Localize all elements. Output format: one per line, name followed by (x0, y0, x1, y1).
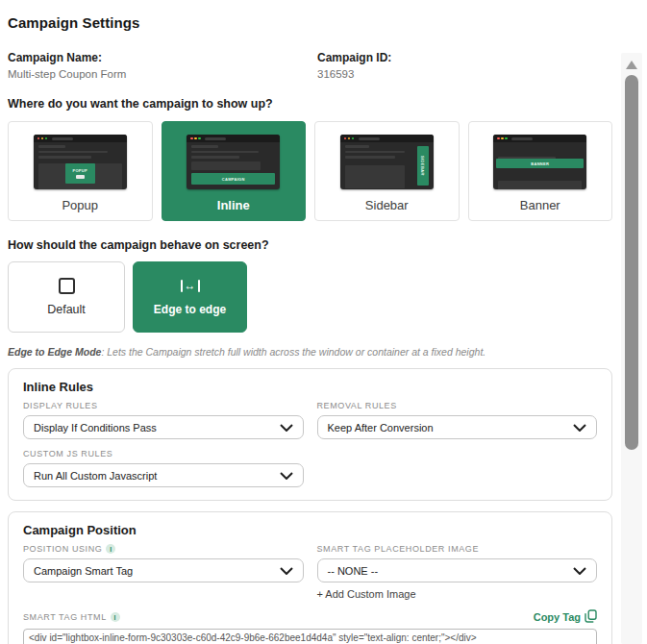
window-dot-green (198, 137, 201, 140)
campaign-id-value: 316593 (317, 68, 612, 80)
banner-mock-element: BANNER (496, 159, 584, 168)
inline-rules-title: Inline Rules (23, 380, 597, 394)
default-square-icon (59, 278, 75, 294)
display-rules-field: DISPLAY RULES Display If Conditions Pass (23, 401, 304, 439)
position-using-select[interactable]: Campaign Smart Tag (23, 558, 304, 582)
placement-label-popup: Popup (62, 198, 98, 212)
placement-option-popup[interactable]: POPUP Popup (8, 121, 153, 221)
window-dot-red (497, 137, 500, 140)
browser-titlebar (340, 135, 434, 142)
custom-js-field: CUSTOM JS RULES Run All Custom Javascrip… (23, 449, 304, 487)
sidebar-mock-element: SIDEBAR (417, 146, 429, 186)
chevron-down-icon (280, 470, 293, 482)
window-dot-orange (501, 137, 504, 140)
add-custom-image-link[interactable]: + Add Custom Image (317, 588, 598, 600)
window-dot-red (344, 137, 347, 140)
address-bar (511, 137, 533, 140)
scroll-up-arrow[interactable] (626, 61, 637, 69)
window-dot-green (352, 137, 355, 140)
scrollbar-thumb[interactable] (625, 75, 638, 450)
address-bar (52, 137, 73, 140)
chevron-down-icon (573, 565, 586, 577)
inline-rules-panel: Inline Rules DISPLAY RULES Display If Co… (8, 368, 612, 501)
copy-icon (585, 609, 597, 625)
campaign-settings-page: Campaign Settings Campaign Name: Multi-s… (0, 0, 647, 644)
chevron-down-icon (280, 565, 293, 577)
smart-tag-html-textarea[interactable]: <div id="lightbox-inline-form-9c30303e-c… (23, 629, 597, 644)
browser-titlebar (187, 135, 280, 142)
campaign-name-value: Multi-step Coupon Form (8, 68, 317, 80)
placement-option-sidebar[interactable]: SIDEBAR Sidebar (314, 121, 460, 221)
chevron-down-icon (573, 422, 586, 433)
campaign-name-label: Campaign Name: (8, 51, 317, 64)
browser-titlebar (493, 135, 586, 142)
behavior-question: How should the campaign behave on screen… (8, 238, 612, 252)
removal-rules-label: REMOVAL RULES (317, 401, 598, 410)
popup-mock-element: POPUP (65, 163, 95, 184)
campaign-meta: Campaign Name: Multi-step Coupon Form Ca… (8, 51, 612, 80)
smart-tag-html-label: SMART TAG HTML i (23, 612, 120, 622)
page-title: Campaign Settings (8, 14, 612, 31)
window-dot-green (505, 137, 508, 140)
campaign-id-label: Campaign ID: (317, 51, 612, 64)
window-dot-green (45, 137, 48, 140)
sidebar-preview: SIDEBAR (340, 135, 434, 189)
behavior-options: Default ↔ Edge to edge (8, 261, 612, 333)
removal-rules-field: REMOVAL RULES Keep After Conversion (317, 401, 598, 439)
placement-option-banner[interactable]: BANNER Banner (468, 121, 613, 221)
custom-js-select[interactable]: Run All Custom Javascript (23, 463, 304, 487)
inline-preview: CAMPAIGN (187, 135, 280, 189)
display-rules-label: DISPLAY RULES (23, 401, 304, 410)
address-bar (359, 137, 380, 140)
display-rules-select[interactable]: Display If Conditions Pass (23, 415, 304, 439)
placement-option-inline[interactable]: CAMPAIGN Inline (162, 121, 307, 221)
position-using-label: POSITION USING i (23, 544, 304, 554)
behavior-option-default[interactable]: Default (8, 261, 125, 333)
address-bar (205, 137, 226, 140)
placeholder-image-select[interactable]: -- NONE -- (317, 558, 598, 582)
behavior-option-edge-to-edge[interactable]: ↔ Edge to edge (133, 261, 247, 333)
placement-question: Where do you want the campaign to show u… (8, 97, 612, 111)
scrollbar-track[interactable] (621, 53, 642, 644)
info-icon[interactable]: i (111, 612, 120, 622)
campaign-name-block: Campaign Name: Multi-step Coupon Form (8, 51, 317, 80)
info-icon[interactable]: i (106, 544, 115, 554)
banner-preview: BANNER (493, 135, 586, 189)
campaign-position-panel: Campaign Position POSITION USING i Campa… (8, 511, 612, 644)
placement-label-banner: Banner (520, 198, 560, 212)
inline-mock-element: CAMPAIGN (191, 173, 275, 185)
main-content: Campaign Settings Campaign Name: Multi-s… (8, 0, 612, 644)
window-dot-red (37, 137, 40, 140)
campaign-id-block: Campaign ID: 316593 (317, 51, 612, 80)
copy-tag-button[interactable]: Copy Tag (534, 609, 597, 625)
browser-titlebar (34, 135, 127, 142)
campaign-position-title: Campaign Position (23, 523, 597, 537)
behavior-label-edge-to-edge: Edge to edge (154, 303, 226, 316)
popup-preview: POPUP (34, 135, 127, 189)
window-dot-orange (348, 137, 351, 140)
placeholder-image-field: SMART TAG PLACEHOLDER IMAGE -- NONE -- +… (317, 544, 598, 600)
window-dot-red (190, 137, 193, 140)
behavior-label-default: Default (47, 303, 86, 316)
removal-rules-select[interactable]: Keep After Conversion (317, 415, 598, 439)
window-dot-orange (194, 137, 197, 140)
placement-label-inline: Inline (217, 198, 250, 212)
position-using-field: POSITION USING i Campaign Smart Tag (23, 544, 304, 600)
custom-js-label: CUSTOM JS RULES (23, 449, 304, 458)
placement-options: POPUP Popup (8, 121, 612, 221)
placeholder-image-label: SMART TAG PLACEHOLDER IMAGE (317, 544, 598, 554)
window-dot-orange (41, 137, 44, 140)
chevron-down-icon (280, 422, 293, 433)
placement-label-sidebar: Sidebar (365, 198, 409, 212)
edge-to-edge-icon: ↔ (181, 278, 200, 294)
edge-to-edge-note: Edge to Edge Mode: Lets the Campaign str… (8, 346, 612, 358)
